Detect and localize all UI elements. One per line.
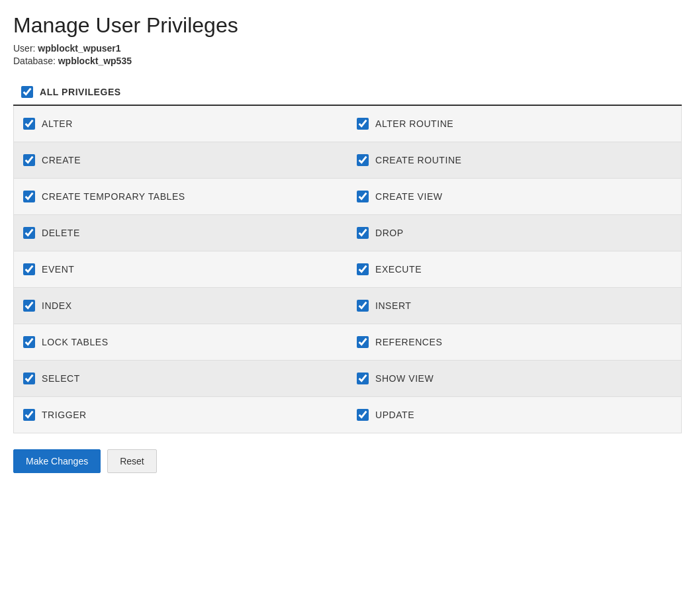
privilege-label-priv_lock_tables[interactable]: LOCK TABLES <box>42 337 109 347</box>
privileges-grid: ALTERALTER ROUTINECREATECREATE ROUTINECR… <box>13 106 682 433</box>
privilege-checkbox-priv_create_routine[interactable] <box>357 154 369 166</box>
all-privileges-checkbox[interactable] <box>21 86 33 98</box>
privilege-cell: REFERENCES <box>348 324 681 361</box>
privilege-checkbox-priv_execute[interactable] <box>357 263 369 275</box>
database-label: Database: <box>13 56 56 66</box>
privilege-cell: CREATE TEMPORARY TABLES <box>14 179 348 215</box>
user-value: wpblockt_wpuser1 <box>38 43 120 54</box>
make-changes-button[interactable]: Make Changes <box>13 449 101 473</box>
privilege-checkbox-priv_lock_tables[interactable] <box>23 336 35 348</box>
privilege-label-priv_drop[interactable]: DROP <box>375 228 404 238</box>
all-privileges-row: ALL PRIVILEGES <box>13 79 682 106</box>
privilege-label-priv_update[interactable]: UPDATE <box>375 410 414 420</box>
privilege-label-priv_alter[interactable]: ALTER <box>42 118 73 129</box>
all-privileges-label[interactable]: ALL PRIVILEGES <box>40 87 121 97</box>
privilege-label-priv_select[interactable]: SELECT <box>42 373 80 384</box>
privilege-label-priv_delete[interactable]: DELETE <box>42 228 80 238</box>
privilege-checkbox-priv_insert[interactable] <box>357 300 369 312</box>
reset-button[interactable]: Reset <box>107 449 157 473</box>
privilege-cell: SELECT <box>14 361 348 397</box>
privilege-cell: EVENT <box>14 251 348 288</box>
privilege-cell: ALTER <box>14 106 348 142</box>
privilege-checkbox-priv_select[interactable] <box>23 373 35 384</box>
database-meta: Database: wpblockt_wp535 <box>13 56 682 66</box>
privilege-checkbox-priv_index[interactable] <box>23 300 35 312</box>
privilege-cell: INSERT <box>348 288 681 324</box>
privilege-checkbox-priv_event[interactable] <box>23 263 35 275</box>
privilege-checkbox-priv_create_temp[interactable] <box>23 191 35 202</box>
privilege-checkbox-priv_alter[interactable] <box>23 118 35 130</box>
privilege-cell: ALTER ROUTINE <box>348 106 681 142</box>
privilege-checkbox-priv_create[interactable] <box>23 154 35 166</box>
user-label: User: <box>13 43 35 54</box>
privilege-label-priv_trigger[interactable]: TRIGGER <box>42 410 87 420</box>
privilege-cell: EXECUTE <box>348 251 681 288</box>
privilege-label-priv_index[interactable]: INDEX <box>42 300 72 311</box>
actions-bar: Make Changes Reset <box>13 449 682 473</box>
database-value: wpblockt_wp535 <box>58 56 132 66</box>
privilege-cell: CREATE ROUTINE <box>348 142 681 179</box>
privilege-checkbox-priv_create_view[interactable] <box>357 191 369 202</box>
privilege-checkbox-priv_delete[interactable] <box>23 227 35 239</box>
privilege-checkbox-priv_references[interactable] <box>357 336 369 348</box>
privilege-label-priv_create[interactable]: CREATE <box>42 155 81 165</box>
privilege-label-priv_create_routine[interactable]: CREATE ROUTINE <box>375 155 461 165</box>
privilege-label-priv_references[interactable]: REFERENCES <box>375 337 442 347</box>
user-meta: User: wpblockt_wpuser1 <box>13 43 682 54</box>
privilege-cell: LOCK TABLES <box>14 324 348 361</box>
page-title: Manage User Privileges <box>13 13 682 38</box>
privilege-cell: UPDATE <box>348 397 681 433</box>
privilege-checkbox-priv_update[interactable] <box>357 409 369 421</box>
privilege-checkbox-priv_drop[interactable] <box>357 227 369 239</box>
privilege-cell: CREATE VIEW <box>348 179 681 215</box>
privilege-cell: TRIGGER <box>14 397 348 433</box>
privilege-cell: CREATE <box>14 142 348 179</box>
privilege-checkbox-priv_show_view[interactable] <box>357 373 369 384</box>
privilege-checkbox-priv_trigger[interactable] <box>23 409 35 421</box>
privilege-cell: INDEX <box>14 288 348 324</box>
privilege-label-priv_alter_routine[interactable]: ALTER ROUTINE <box>375 118 453 129</box>
privilege-label-priv_create_view[interactable]: CREATE VIEW <box>375 191 443 202</box>
privilege-label-priv_event[interactable]: EVENT <box>42 264 74 275</box>
privilege-label-priv_insert[interactable]: INSERT <box>375 300 411 311</box>
privilege-label-priv_create_temp[interactable]: CREATE TEMPORARY TABLES <box>42 191 185 202</box>
privilege-checkbox-priv_alter_routine[interactable] <box>357 118 369 130</box>
privilege-cell: SHOW VIEW <box>348 361 681 397</box>
privilege-cell: DROP <box>348 215 681 251</box>
privilege-label-priv_execute[interactable]: EXECUTE <box>375 264 422 275</box>
privilege-label-priv_show_view[interactable]: SHOW VIEW <box>375 373 434 384</box>
privilege-cell: DELETE <box>14 215 348 251</box>
